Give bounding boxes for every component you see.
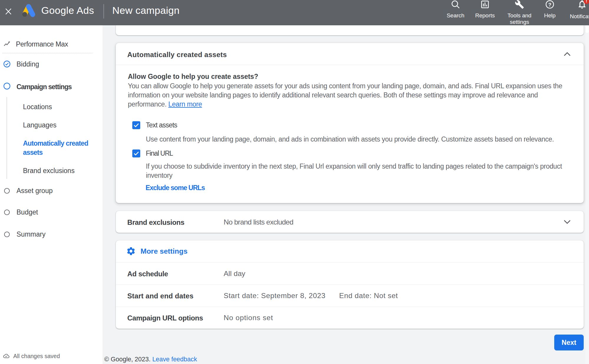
svg-text:?: ? — [548, 2, 552, 8]
